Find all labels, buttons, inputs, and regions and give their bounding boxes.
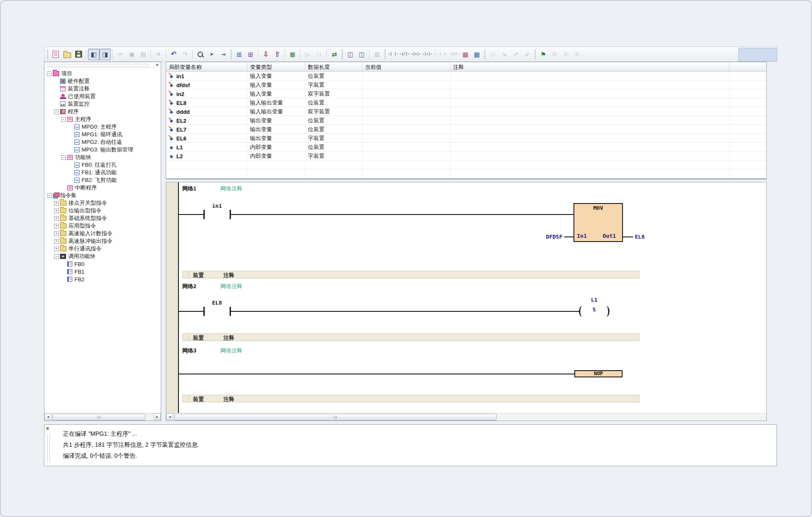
column-header[interactable]: 当前值 bbox=[362, 62, 450, 72]
tree-toggle-icon[interactable] bbox=[54, 110, 59, 114]
insert-variable-row-button[interactable]: ⊞ bbox=[233, 49, 245, 60]
tree-item[interactable]: MPG2: 自动往返 bbox=[44, 138, 161, 146]
contact-rise-button[interactable]: -|↑|- bbox=[410, 49, 422, 60]
view-project-window-button[interactable]: ◧ bbox=[88, 49, 99, 60]
tree-item[interactable]: 功能块 bbox=[44, 154, 161, 161]
variable-row[interactable]: ↘◆ EL8 输入输出变量 位装置 bbox=[166, 98, 766, 107]
contact-nc-button[interactable]: -|/|- bbox=[399, 49, 410, 60]
bookmark-clear-button[interactable]: ⚐ bbox=[572, 49, 583, 60]
variable-row[interactable]: ↘◆ in2 输入变量 双字装置 bbox=[166, 89, 766, 98]
tree-item[interactable]: MPG1: 循环通讯 bbox=[44, 131, 161, 138]
copy-project-button[interactable]: ▦ bbox=[287, 49, 298, 60]
tree-toggle-icon[interactable] bbox=[54, 239, 59, 244]
copy-button[interactable]: ▣ bbox=[126, 49, 137, 60]
goto-address-button[interactable]: ⇥ bbox=[217, 49, 229, 60]
tree-toggle-icon[interactable] bbox=[54, 209, 59, 213]
panel-grab-bar[interactable]: × bbox=[44, 62, 161, 68]
bookmark-set-button[interactable]: ⚑ bbox=[538, 49, 549, 60]
tree-item[interactable]: FB1 bbox=[44, 268, 161, 275]
tree-item[interactable]: MPG0: 主程序 bbox=[44, 123, 161, 131]
undo-button[interactable]: ↶ bbox=[168, 49, 179, 60]
tree-toggle-icon[interactable] bbox=[54, 216, 59, 221]
tree-item[interactable]: 基础系统型指令 bbox=[44, 214, 161, 222]
scroll-left-icon[interactable]: ◄ bbox=[166, 413, 173, 420]
online-monitor-button[interactable]: ◫ bbox=[356, 49, 368, 60]
bookmark-next-button[interactable]: ⚐ bbox=[549, 49, 560, 60]
tree-item[interactable]: 位输出型指令 bbox=[44, 207, 161, 214]
variable-row[interactable]: ↘◆ bbox=[166, 160, 766, 169]
view-output-window-button[interactable]: ◨ bbox=[99, 49, 111, 60]
tree-item[interactable]: FB1: 通讯功能 bbox=[44, 169, 161, 176]
upload-from-plc-button[interactable]: ⇧ bbox=[272, 49, 283, 60]
scroll-right-icon[interactable]: ► bbox=[154, 413, 161, 420]
run-plc-button[interactable]: ▷ bbox=[302, 49, 313, 60]
tree-item[interactable]: 硬件配置 bbox=[44, 77, 161, 85]
variable-row[interactable]: ↘◆ L1 内部变量 位装置 bbox=[166, 143, 766, 151]
contact-no-button[interactable]: -| |- bbox=[387, 49, 399, 60]
tree-toggle-icon[interactable] bbox=[54, 224, 59, 228]
tree-item[interactable]: 指令集 bbox=[44, 192, 161, 199]
block-output-operand[interactable]: EL6 bbox=[635, 234, 645, 240]
variable-row[interactable]: ↘◆ EL2 输出变量 位装置 bbox=[166, 116, 766, 125]
tree-item[interactable]: 主程序 bbox=[44, 116, 161, 123]
variable-row[interactable]: ↘◆ bbox=[166, 169, 766, 178]
open-project-button[interactable] bbox=[61, 49, 73, 60]
tree-toggle-icon[interactable] bbox=[47, 193, 52, 198]
variable-row[interactable]: ↘◆ L2 内部变量 字装置 bbox=[166, 151, 766, 160]
save-button[interactable] bbox=[73, 49, 84, 60]
network-2-comment[interactable]: 网络注释 bbox=[220, 283, 242, 290]
tree-item[interactable]: FB2: 飞剪功能 bbox=[44, 176, 161, 184]
ladder-canvas[interactable]: 网络1 网络注释 in1 MOV In1 Out1 DFDSF EL6 装置 注… bbox=[166, 182, 766, 414]
network-3-comment[interactable]: 网络注释 bbox=[220, 347, 242, 355]
new-file-button[interactable] bbox=[50, 49, 61, 60]
column-header[interactable]: 局部变量名称 bbox=[166, 62, 247, 72]
tree-item[interactable]: 应用型指令 bbox=[44, 222, 161, 230]
find-button[interactable] bbox=[195, 49, 206, 60]
contact-bar[interactable] bbox=[203, 307, 205, 316]
tree-item[interactable]: 装置监控 bbox=[44, 100, 161, 108]
tree-item[interactable]: 程序 bbox=[44, 108, 161, 116]
column-header[interactable]: 数据长度 bbox=[305, 62, 362, 72]
transfer-monitor-button[interactable]: ⇄ bbox=[329, 49, 340, 60]
scrollbar-track[interactable] bbox=[173, 413, 766, 421]
tree-item[interactable]: FB0 bbox=[44, 260, 161, 268]
bookmark-prev-button[interactable]: ⚐ bbox=[560, 49, 572, 60]
step-out-button[interactable]: ⇙ bbox=[521, 49, 533, 60]
online-config-button[interactable]: ◫ bbox=[345, 49, 356, 60]
step-mark-button[interactable]: ◇ bbox=[487, 49, 499, 60]
cut-button[interactable]: ✂ bbox=[115, 49, 126, 60]
tree-toggle-icon[interactable] bbox=[54, 201, 59, 206]
tree-item[interactable]: 高速脉冲输出指令 bbox=[44, 237, 161, 245]
tree-item[interactable]: FB0: 往返打孔 bbox=[44, 161, 161, 169]
tree-item[interactable]: 装置注释 bbox=[44, 85, 161, 93]
coil-operand[interactable]: L1 bbox=[582, 297, 606, 303]
network-1-comment[interactable]: 网络注释 bbox=[220, 185, 242, 192]
tree-item[interactable]: 高速输入计数指令 bbox=[44, 230, 161, 237]
tree-item[interactable]: 接点开关型指令 bbox=[44, 199, 161, 207]
ladder-horizontal-scrollbar[interactable]: ◄ bbox=[166, 413, 766, 421]
output-scrollbar[interactable] bbox=[47, 434, 50, 462]
tree-toggle-icon[interactable] bbox=[61, 155, 66, 160]
insert-network-button[interactable]: ▦ bbox=[460, 49, 471, 60]
contact-bar[interactable] bbox=[203, 210, 205, 219]
column-header[interactable]: 注释 bbox=[450, 62, 730, 72]
nop-function-block[interactable]: NOP bbox=[574, 370, 623, 377]
column-header[interactable] bbox=[730, 62, 766, 72]
tree-toggle-icon[interactable] bbox=[54, 231, 59, 236]
coil-set-button[interactable]: -(s)- bbox=[448, 49, 460, 60]
close-output-icon[interactable]: × bbox=[46, 426, 49, 432]
variable-row[interactable]: ↘◆ in1 输入变量 位装置 bbox=[166, 72, 766, 80]
step-over-button[interactable]: ⇗ bbox=[510, 49, 521, 60]
append-variable-row-button[interactable]: ⊞ bbox=[245, 49, 256, 60]
tree-toggle-icon[interactable] bbox=[47, 72, 52, 76]
scrollbar-track[interactable] bbox=[52, 413, 154, 421]
tree-item[interactable]: 已使用装置 bbox=[44, 93, 161, 100]
tree-toggle-icon[interactable] bbox=[61, 117, 66, 122]
tree-horizontal-scrollbar[interactable]: ◄ ► bbox=[44, 413, 161, 421]
contact-label[interactable]: EL8 bbox=[205, 300, 229, 306]
tree-toggle-icon[interactable] bbox=[54, 254, 59, 259]
redo-button[interactable]: ↷ bbox=[179, 49, 191, 60]
tree-item[interactable]: 串行通讯指令 bbox=[44, 245, 161, 253]
tree-item[interactable]: 中断程序 bbox=[44, 184, 161, 192]
download-to-plc-button[interactable]: ⇩ bbox=[260, 49, 272, 60]
